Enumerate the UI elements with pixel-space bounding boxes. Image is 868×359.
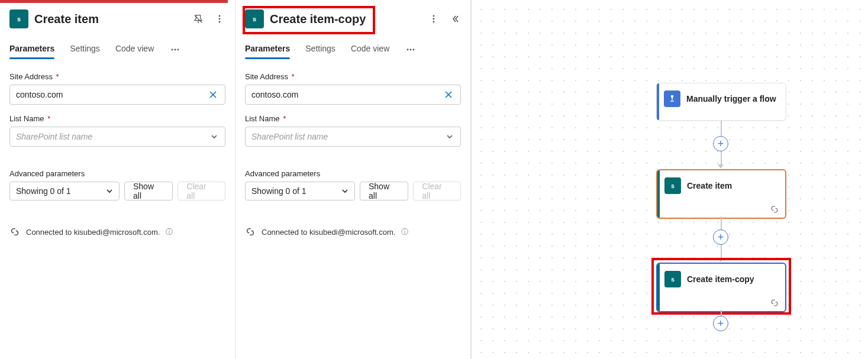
node-create-item[interactable]: s Create item	[656, 169, 786, 219]
node-body: s Create item	[657, 170, 785, 201]
list-name-placeholder: SharePoint list name	[250, 132, 444, 141]
more-icon[interactable]	[214, 13, 225, 25]
site-address-input[interactable]: contoso.com	[245, 85, 461, 105]
label-list-name: List Name *	[245, 114, 461, 123]
site-address-input[interactable]: contoso.com	[9, 85, 225, 105]
tabs: Parameters Settings Code view	[9, 40, 225, 59]
label-list-name: List Name *	[9, 114, 225, 123]
panel-header: s Create item-copy	[245, 7, 461, 37]
svg-point-7	[433, 18, 435, 20]
list-name-input[interactable]: SharePoint list name	[9, 127, 225, 147]
advanced-select-value: Showing 0 of 1	[16, 186, 71, 196]
link-icon	[9, 227, 20, 237]
advanced-select[interactable]: Showing 0 of 1	[245, 182, 355, 200]
chevron-down-icon	[106, 187, 113, 195]
edge	[721, 216, 722, 229]
arrowhead-icon	[718, 258, 724, 262]
unpin-icon[interactable]	[192, 13, 204, 25]
tabs: Parameters Settings Code view	[245, 40, 461, 59]
advanced-select-value: Showing 0 of 1	[251, 186, 306, 196]
advanced-row: Showing 0 of 1 Show all Clear all	[9, 182, 225, 200]
node-title: Create item	[687, 181, 732, 190]
field-list-name: List Name * SharePoint list name	[245, 114, 461, 147]
sharepoint-icon: s	[664, 271, 681, 287]
form: Site Address * contoso.com List Name * S…	[245, 59, 461, 237]
info-icon[interactable]: ⓘ	[166, 227, 173, 237]
tab-code-view[interactable]: Code view	[115, 40, 154, 59]
svg-point-3	[172, 49, 173, 51]
svg-point-5	[178, 49, 179, 51]
svg-point-0	[219, 15, 221, 17]
add-step-button[interactable]: +	[713, 316, 728, 331]
app-root: s Create item Parameters Settings Code v…	[0, 0, 868, 359]
list-name-input[interactable]: SharePoint list name	[245, 127, 461, 147]
sharepoint-icon: s	[9, 9, 28, 28]
node-trigger[interactable]: Manually trigger a flow	[656, 83, 786, 121]
field-list-name: List Name * SharePoint list name	[9, 114, 225, 147]
panel-title: Create item-copy	[270, 12, 422, 26]
chevron-down-icon	[341, 187, 349, 195]
tab-settings[interactable]: Settings	[305, 40, 335, 59]
node-accent	[657, 83, 659, 120]
tab-parameters[interactable]: Parameters	[9, 40, 54, 59]
field-site-address: Site Address * contoso.com	[245, 72, 461, 105]
collapse-icon[interactable]	[449, 13, 461, 25]
edge	[721, 245, 722, 258]
node-body: Manually trigger a flow	[657, 83, 786, 114]
advanced-row: Showing 0 of 1 Show all Clear all	[245, 182, 461, 200]
node-title: Create item-copy	[687, 274, 754, 284]
edge	[721, 121, 722, 136]
top-accent-bar	[0, 0, 228, 3]
label-site-address: Site Address *	[245, 72, 461, 81]
node-footer	[657, 295, 785, 311]
flow-canvas[interactable]: Manually trigger a flow + s Create item …	[471, 0, 868, 359]
edge	[721, 151, 722, 164]
svg-point-8	[433, 21, 435, 23]
chevron-down-icon[interactable]	[208, 132, 220, 141]
sharepoint-icon: s	[664, 177, 681, 194]
add-step-button[interactable]: +	[713, 136, 728, 151]
info-icon[interactable]: ⓘ	[401, 227, 408, 237]
clear-icon[interactable]	[206, 89, 220, 101]
form: Site Address * contoso.com List Name * S…	[9, 59, 225, 237]
svg-point-10	[410, 49, 412, 51]
svg-point-4	[175, 49, 176, 51]
panel-create-item-copy: s Create item-copy Parameters Settings C…	[235, 0, 471, 359]
panel-header-actions	[192, 13, 225, 25]
show-all-button[interactable]: Show all	[360, 182, 408, 200]
edge	[721, 310, 722, 316]
node-accent	[657, 264, 660, 311]
link-icon	[770, 205, 779, 214]
connection-status: Connected to kisubedi@microsoft.com. ⓘ	[9, 227, 225, 237]
svg-point-2	[219, 21, 221, 23]
field-site-address: Site Address * contoso.com	[9, 72, 225, 105]
arrowhead-icon	[718, 164, 724, 169]
panel-header-actions	[428, 13, 461, 25]
tabs-more-icon[interactable]	[169, 44, 181, 56]
svg-point-6	[433, 15, 435, 17]
sharepoint-icon: s	[245, 9, 264, 28]
tabs-more-icon[interactable]	[405, 44, 417, 56]
advanced-parameters: Advanced parameters Showing 0 of 1 Show …	[245, 169, 461, 200]
trigger-icon	[664, 90, 680, 107]
add-step-button[interactable]: +	[713, 229, 728, 245]
connection-text: Connected to kisubedi@microsoft.com.	[26, 228, 160, 237]
advanced-select[interactable]: Showing 0 of 1	[9, 182, 120, 200]
more-icon[interactable]	[428, 13, 440, 25]
tab-settings[interactable]: Settings	[70, 40, 100, 59]
panel-header: s Create item	[9, 7, 225, 37]
clear-all-button: Clear all	[178, 182, 225, 200]
clear-icon[interactable]	[441, 89, 456, 101]
list-name-placeholder: SharePoint list name	[15, 132, 208, 141]
node-create-item-copy[interactable]: s Create item-copy	[656, 263, 786, 312]
advanced-parameters: Advanced parameters Showing 0 of 1 Show …	[9, 169, 225, 200]
advanced-label: Advanced parameters	[9, 169, 225, 178]
svg-point-11	[413, 49, 415, 51]
svg-point-9	[407, 49, 409, 51]
tab-code-view[interactable]: Code view	[351, 40, 389, 59]
show-all-button[interactable]: Show all	[124, 182, 173, 200]
connection-status: Connected to kisubedi@microsoft.com. ⓘ	[245, 227, 461, 237]
chevron-down-icon[interactable]	[444, 132, 456, 141]
tab-parameters[interactable]: Parameters	[245, 40, 290, 59]
panel-title: Create item	[34, 12, 186, 26]
